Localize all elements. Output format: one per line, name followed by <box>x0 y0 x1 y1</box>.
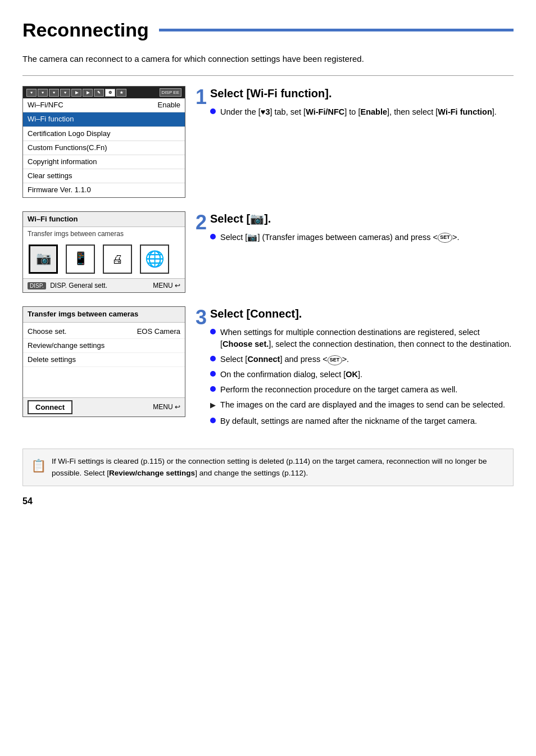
transfer-choose-set-row[interactable]: Choose set. EOS Camera <box>23 325 185 339</box>
menu-badge: DISP EE <box>160 88 181 97</box>
transfer-blank-space <box>23 367 185 395</box>
bullet-dot-3b <box>210 356 216 361</box>
wifi-func-footer-right: MENU ↩ <box>153 281 180 291</box>
note-text: If Wi-Fi settings is cleared (p.115) or … <box>52 456 505 479</box>
step-3-bullet-1: When settings for multiple connection de… <box>210 327 514 350</box>
tablet-icon: 📱 <box>73 250 88 268</box>
menu-firmware-label: Firmware Ver. 1.1.0 <box>28 185 91 195</box>
bullet-dot-3c <box>210 371 216 377</box>
globe-icon: 🌐 <box>145 248 165 270</box>
step-2-bullets: Select [📷] (Transfer images between came… <box>210 232 459 243</box>
menu-icon-tabs: ♥ ♥ ♥ ♥ ▶ ▶ ✎ ⚙ ★ <box>26 89 126 97</box>
step-1-number: 1 <box>196 87 207 107</box>
step-1-left-panel: ♥ ♥ ♥ ♥ ▶ ▶ ✎ ⚙ ★ DISP EE Wi–Fi/NFC <box>22 86 185 198</box>
bullet-dot-3d <box>210 386 216 392</box>
set-badge: SET <box>438 233 452 243</box>
step-2-bullet-1-text: Select [📷] (Transfer images between came… <box>220 232 459 243</box>
menu-wifi-nfc-row: Wi–Fi/NFC Enable <box>23 98 185 112</box>
step-2-title: Select [📷]. <box>210 211 459 226</box>
step-1-bullet-1-text: Under the [♥3] tab, set [Wi-Fi/NFC] to [… <box>220 106 497 118</box>
transfer-review-label: Review/change settings <box>28 341 105 351</box>
menu-cert-logo-row[interactable]: Certification Logo Display <box>23 127 185 141</box>
step-3-bullet-3: On the confirmation dialog, select [OK]. <box>210 369 514 381</box>
step-1-bullets: Under the [♥3] tab, set [Wi-Fi/NFC] to [… <box>210 106 497 118</box>
menu-topbar: ♥ ♥ ♥ ♥ ▶ ▶ ✎ ⚙ ★ DISP EE <box>23 87 185 98</box>
menu-custom-fn-label: Custom Functions(C.Fn) <box>28 143 107 153</box>
step-3-bullet-2-text: Select [Connect] and press <SET>. <box>220 354 349 365</box>
step-2-number: 2 <box>196 212 207 233</box>
printer-icon: 🖨 <box>112 251 123 267</box>
menu-copyright-label: Copyright information <box>28 157 97 167</box>
menu-wifi-nfc-value: Enable <box>158 100 180 110</box>
bullet-dot-3f <box>210 418 216 423</box>
step-2-right: 2 Select [📷]. Select [📷] (Transfer image… <box>196 211 514 247</box>
tab-icon-1: ♥ <box>26 89 37 97</box>
bullet-dot <box>210 108 216 114</box>
step-3-bullet-4-text: Perform the reconnection procedure on th… <box>220 384 457 396</box>
transfer-choose-set-label: Choose set. <box>28 327 66 337</box>
step-2-row: Wi–Fi function Transfer imgs between cam… <box>22 211 514 293</box>
step-3-bullet-2: Select [Connect] and press <SET>. <box>210 354 514 365</box>
camera-icon: 📷 <box>36 250 51 268</box>
wifi-web-btn[interactable]: 🌐 <box>140 245 169 274</box>
tab-icon-8-active: ⚙ <box>105 89 115 97</box>
bullet-dot-3a <box>210 329 216 334</box>
transfer-footer-menu: MENU ↩ <box>153 402 180 412</box>
title-bar-decoration <box>159 29 514 31</box>
page-number: 54 <box>22 495 514 508</box>
menu-cert-logo-label: Certification Logo Display <box>28 129 110 139</box>
wifi-tablet-btn[interactable]: 📱 <box>66 245 95 274</box>
menu-clear-settings-row[interactable]: Clear settings <box>23 169 185 183</box>
transfer-delete-row[interactable]: Delete settings <box>23 353 185 367</box>
step-3-row: Transfer imgs between cameras Choose set… <box>22 306 514 431</box>
set-badge-3b: SET <box>328 355 342 365</box>
step-3-bullet-4: Perform the reconnection procedure on th… <box>210 384 514 396</box>
step-3-arrow-1-text: The images on the card are displayed and… <box>220 399 505 411</box>
step-3-bullets: When settings for multiple connection de… <box>210 327 514 427</box>
transfer-delete-label: Delete settings <box>28 355 76 365</box>
step-3-bullet-5-text: By default, settings are named after the… <box>220 415 477 427</box>
menu-firmware-row[interactable]: Firmware Ver. 1.1.0 <box>23 183 185 197</box>
intro-text: The camera can reconnect to a camera for… <box>22 53 514 66</box>
step-1-row: ♥ ♥ ♥ ♥ ▶ ▶ ✎ ⚙ ★ DISP EE Wi–Fi/NFC <box>22 86 514 198</box>
step-1-title: Select [Wi-Fi function]. <box>210 86 497 101</box>
step-3-left-panel: Transfer imgs between cameras Choose set… <box>22 306 185 417</box>
menu-copyright-row[interactable]: Copyright information <box>23 155 185 169</box>
step-1-bullet-1: Under the [♥3] tab, set [Wi-Fi/NFC] to [… <box>210 106 497 118</box>
tab-icon-4: ♥ <box>60 89 70 97</box>
arrow-icon-3e: ▶ <box>210 400 216 411</box>
step-3-right: 3 Select [Connect]. When settings for mu… <box>196 306 514 431</box>
menu-wifi-function-label: Wi–Fi function <box>28 114 74 124</box>
step-3-title: Select [Connect]. <box>210 306 514 321</box>
wifi-function-panel: Wi–Fi function Transfer imgs between cam… <box>22 211 185 293</box>
wifi-func-footer-left: DISP. DISP. General sett. <box>28 281 107 291</box>
wifi-func-subtitle: Transfer imgs between cameras <box>23 227 185 240</box>
transfer-header: Transfer imgs between cameras <box>23 307 185 322</box>
transfer-panel: Transfer imgs between cameras Choose set… <box>22 306 185 417</box>
step-2-bullet-1: Select [📷] (Transfer images between came… <box>210 232 459 243</box>
transfer-choose-set-value: EOS Camera <box>137 327 180 337</box>
note-box: 📋 If Wi-Fi settings is cleared (p.115) o… <box>22 449 514 486</box>
tab-icon-6: ▶ <box>83 89 93 97</box>
wifi-printer-btn[interactable]: 🖨 <box>103 245 132 274</box>
wifi-func-footer: DISP. DISP. General sett. MENU ↩ <box>23 278 185 293</box>
menu-wifi-function-row[interactable]: Wi–Fi function <box>23 112 185 126</box>
tab-icon-5: ▶ <box>71 89 81 97</box>
step-3-arrow-1: ▶ The images on the card are displayed a… <box>210 399 514 411</box>
tab-icon-9: ★ <box>116 89 126 97</box>
camera-menu-panel-1: ♥ ♥ ♥ ♥ ▶ ▶ ✎ ⚙ ★ DISP EE Wi–Fi/NFC <box>22 86 185 198</box>
wifi-camera-btn[interactable]: 📷 <box>29 245 58 274</box>
step-2-left-panel: Wi–Fi function Transfer imgs between cam… <box>22 211 185 293</box>
menu-clear-settings-label: Clear settings <box>28 171 72 181</box>
tab-icon-3: ♥ <box>49 89 59 97</box>
content-divider <box>22 75 514 76</box>
menu-custom-fn-row[interactable]: Custom Functions(C.Fn) <box>23 141 185 155</box>
transfer-review-row[interactable]: Review/change settings <box>23 339 185 353</box>
connect-button[interactable]: Connect <box>28 400 72 414</box>
note-icon: 📋 <box>31 456 46 475</box>
steps-container: ♥ ♥ ♥ ♥ ▶ ▶ ✎ ⚙ ★ DISP EE Wi–Fi/NFC <box>22 86 514 444</box>
page-title-row: Reconnecting <box>22 17 514 44</box>
step-3-bullet-1-text: When settings for multiple connection de… <box>220 327 514 350</box>
page-title: Reconnecting <box>22 17 149 44</box>
transfer-body: Choose set. EOS Camera Review/change set… <box>23 323 185 398</box>
